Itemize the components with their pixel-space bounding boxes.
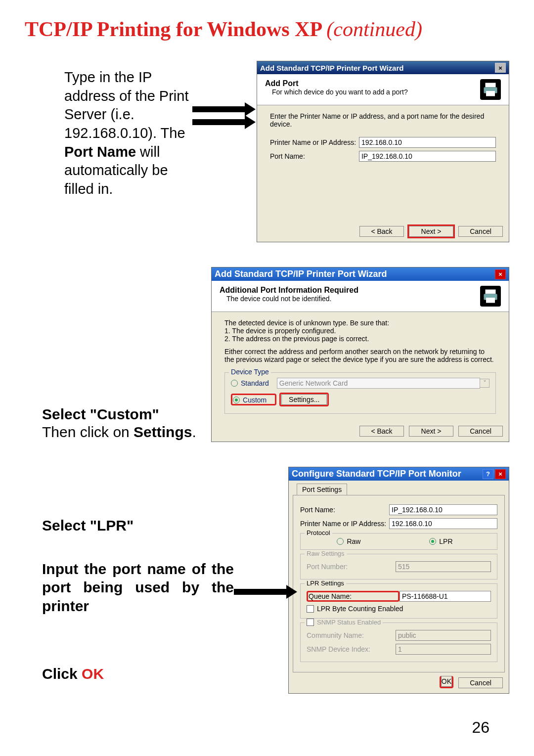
svg-rect-2	[486, 91, 495, 96]
svg-rect-0	[486, 83, 496, 88]
raw-port-input	[396, 561, 491, 572]
cancel-button[interactable]: Cancel	[458, 677, 503, 688]
printer-ip-input[interactable]	[389, 518, 497, 529]
standard-select[interactable]: Generic Network Card	[277, 378, 480, 389]
page-number: 26	[25, 718, 509, 737]
snmp-index-input	[396, 644, 491, 655]
snmp-enabled-checkbox[interactable]: SNMP Status Enabled	[307, 619, 381, 626]
cancel-button[interactable]: Cancel	[458, 226, 503, 237]
close-icon[interactable]: ×	[495, 63, 506, 73]
printer-icon	[480, 286, 501, 307]
next-button[interactable]: Next >	[409, 226, 453, 237]
port-name-input[interactable]	[389, 504, 497, 515]
ip-address-input[interactable]	[359, 137, 496, 148]
tab-port-settings[interactable]: Port Settings	[297, 484, 347, 495]
dialog-heading: Additional Port Information Required	[220, 286, 358, 295]
settings-button[interactable]: Settings...	[281, 394, 327, 405]
dialog-port-monitor: Configure Standard TCP/IP Port Monitor ?…	[288, 467, 509, 694]
radio-standard[interactable]: Standard	[231, 379, 269, 387]
dialog-heading: Add Port	[265, 79, 408, 88]
back-button[interactable]: < Back	[359, 226, 404, 237]
community-input	[396, 630, 491, 641]
printer-icon	[480, 79, 501, 100]
dialog-add-port: Add Standard TCP/IP Printer Port Wizard …	[257, 61, 509, 242]
radio-raw[interactable]: Raw	[337, 537, 360, 545]
arrows-icon	[192, 103, 247, 129]
svg-rect-5	[486, 298, 495, 303]
queue-name-input[interactable]	[400, 591, 491, 602]
close-icon[interactable]: ×	[495, 269, 506, 279]
ok-button[interactable]: OK	[441, 676, 452, 687]
page-title: TCP/IP Printing for Windows XP (continue…	[25, 17, 509, 41]
arrow-icon	[234, 585, 288, 598]
back-button[interactable]: < Back	[359, 426, 404, 437]
help-icon[interactable]: ?	[483, 469, 493, 479]
svg-rect-3	[486, 290, 496, 294]
chevron-down-icon[interactable]: ˅	[480, 379, 490, 388]
cancel-button[interactable]: Cancel	[458, 426, 503, 437]
instruction-2: Select "Custom" Then click on Settings.	[42, 405, 211, 441]
instruction-3: Select "LPR" Input the port name of the …	[42, 516, 234, 683]
radio-lpr[interactable]: LPR	[429, 537, 452, 545]
dialog-title: Configure Standard TCP/IP Port Monitor	[292, 469, 461, 479]
port-name-input[interactable]	[359, 151, 496, 162]
dialog-title: Add Standard TCP/IP Printer Port Wizard	[215, 269, 387, 279]
dialog-title: Add Standard TCP/IP Printer Port Wizard	[260, 64, 403, 72]
dialog-port-info: Add Standard TCP/IP Printer Port Wizard …	[211, 267, 509, 442]
instruction-1: Type in the IP address of the Print Serv…	[64, 68, 192, 199]
radio-custom[interactable]: Custom	[233, 396, 267, 404]
lpr-byte-counting-checkbox[interactable]: LPR Byte Counting Enabled	[307, 605, 403, 613]
close-icon[interactable]: ×	[495, 469, 506, 479]
next-button[interactable]: Next >	[409, 426, 453, 437]
